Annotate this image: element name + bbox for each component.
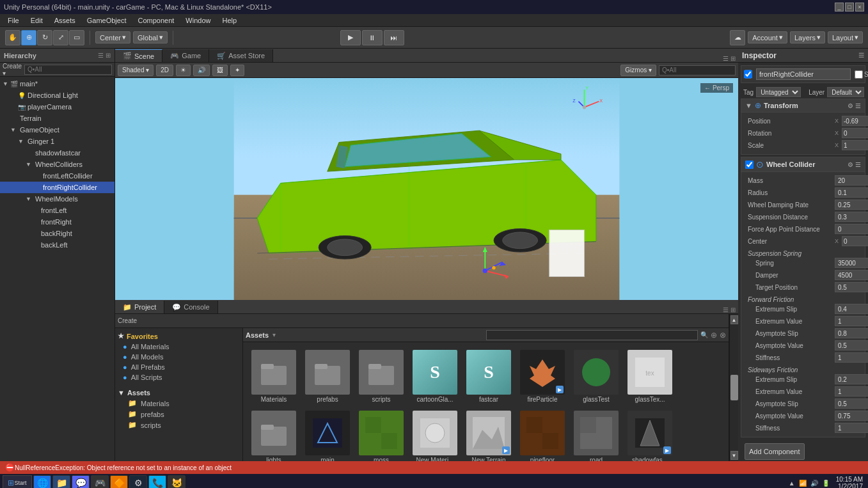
tree-item-terrain[interactable]: Terrain <box>0 113 114 124</box>
asset-cartoonGla[interactable]: S cartoonGla... <box>409 347 461 405</box>
tree-item-shadowfastcar[interactable]: shadowfastcar <box>0 147 114 159</box>
transform-header[interactable]: ▼ ⊕ Transform ⚙ ☰ <box>741 99 865 113</box>
sf-ext-val[interactable] <box>835 386 868 397</box>
asset-fastcar[interactable]: S fastcar <box>463 347 514 405</box>
sf-asy-val[interactable] <box>835 411 868 421</box>
asset-newterrain[interactable]: ▶ New Terrain <box>463 408 514 461</box>
scene-search[interactable] <box>659 65 736 75</box>
global-dropdown[interactable]: Global▾ <box>133 31 168 43</box>
damper-input[interactable] <box>835 270 868 280</box>
menu-edit[interactable]: Edit <box>26 15 48 26</box>
shaded-dropdown[interactable]: Shaded ▾ <box>118 65 154 76</box>
menu-window[interactable]: Window <box>180 15 216 26</box>
radius-input[interactable] <box>835 187 868 198</box>
tree-item-ginger1[interactable]: ▼ Ginger 1 <box>0 136 114 147</box>
fav-all-models[interactable]: ● All Models <box>118 352 240 362</box>
assets-tree-materials[interactable]: 📁Materials <box>118 398 240 409</box>
menu-help[interactable]: Help <box>217 15 242 26</box>
asset-newmaterial[interactable]: New Materi... <box>409 408 461 461</box>
sf-ext-slip[interactable] <box>835 374 868 384</box>
pause-btn[interactable]: ⏸ <box>362 30 383 45</box>
assets-tree-header[interactable]: ▼Assets <box>118 388 240 398</box>
asset-scripts-folder[interactable]: scripts <box>356 347 407 405</box>
tab-console[interactable]: 💬Console <box>164 301 217 313</box>
tool-hand[interactable]: ✋ <box>5 30 20 45</box>
tool-rotate[interactable]: ↻ <box>37 30 52 45</box>
fx-btn[interactable]: ✦ <box>230 65 244 76</box>
project-options[interactable]: ☰ ⊞ <box>723 306 736 313</box>
target-pos-input[interactable] <box>835 282 868 292</box>
layer-select[interactable]: Default <box>827 87 864 97</box>
start-button[interactable]: ⊞ Start <box>3 475 32 488</box>
center-dropdown[interactable]: Center▾ <box>95 31 130 43</box>
lighting-btn[interactable]: ☀ <box>176 65 191 76</box>
center-x[interactable] <box>842 236 868 246</box>
bottom-scrollbar[interactable]: ▲ ▼ <box>729 314 738 461</box>
taskbar-steam[interactable]: ⚙ <box>129 475 147 488</box>
asset-lights[interactable]: lights <box>248 408 299 461</box>
tab-game[interactable]: 🎮Game <box>162 49 209 62</box>
tool-scale[interactable]: ⤢ <box>53 30 68 45</box>
account-dropdown[interactable]: Account▾ <box>748 31 787 43</box>
taskbar-unity[interactable]: 🎮 <box>91 475 109 488</box>
gizmos-dropdown[interactable]: Gizmos ▾ <box>620 65 656 76</box>
ff-ext-val[interactable] <box>835 316 868 326</box>
cloud-btn[interactable]: ☁ <box>730 30 745 45</box>
2d-btn[interactable]: 2D <box>156 65 173 76</box>
asset-prefabs-folder[interactable]: prefabs <box>302 347 353 405</box>
add-component-btn[interactable]: Add Component <box>745 443 805 460</box>
wheel-collider-header[interactable]: ⊙ Wheel Collider ⚙ ☰ <box>741 157 865 172</box>
minimize-btn[interactable]: _ <box>835 3 844 12</box>
assets-tree-prefabs[interactable]: 📁prefabs <box>118 409 240 420</box>
tab-asset-store[interactable]: 🛒Asset Store <box>209 49 273 62</box>
asset-glasstest[interactable]: glassTest <box>571 347 622 405</box>
tool-move[interactable]: ⊕ <box>21 30 36 45</box>
taskbar-skype[interactable]: 📞 <box>148 475 166 488</box>
tool-rect[interactable]: ▭ <box>69 30 84 45</box>
sf-asy-slip[interactable] <box>835 398 868 409</box>
tree-item-player-camera[interactable]: 📷 playerCamera <box>0 101 114 113</box>
static-checkbox[interactable] <box>855 70 863 79</box>
assets-icon-1[interactable]: ⊕ <box>711 331 717 340</box>
asset-moss[interactable]: moss <box>356 408 407 461</box>
tree-item-frontright[interactable]: frontRight <box>0 216 114 228</box>
layout-dropdown[interactable]: Layout▾ <box>828 31 863 43</box>
tree-item-wheelcolliders[interactable]: ▼ WheelColliders <box>0 159 114 170</box>
tree-item-main[interactable]: ▼ 🎬 main* <box>0 78 114 90</box>
transform-settings[interactable]: ⚙ ☰ <box>848 102 861 109</box>
asset-fireparticle[interactable]: ▶ fireParticle <box>517 347 568 405</box>
fav-all-materials[interactable]: ● All Materials <box>118 342 240 352</box>
menu-file[interactable]: File <box>3 15 24 26</box>
tree-item-directional-light[interactable]: 💡 Directional Light <box>0 90 114 101</box>
obj-active-checkbox[interactable] <box>744 70 752 79</box>
menu-assets[interactable]: Assets <box>49 15 81 26</box>
asset-main[interactable]: main <box>302 408 353 461</box>
tree-item-backright[interactable]: backRight <box>0 228 114 239</box>
force-app-input[interactable] <box>835 224 868 234</box>
ff-stiff[interactable] <box>835 352 868 363</box>
project-create-btn[interactable]: Create <box>118 317 137 324</box>
assets-search-input[interactable] <box>486 330 698 340</box>
scene-view[interactable]: X Y Z ← Persp <box>115 78 738 300</box>
asset-glasstex[interactable]: tex glassTex... <box>624 347 675 405</box>
ff-asy-slip[interactable] <box>835 328 868 338</box>
assets-icon-2[interactable]: ⊗ <box>720 331 726 340</box>
tree-item-gameobject[interactable]: ▼ GameObject <box>0 124 114 136</box>
taskbar-chrome[interactable]: 🌐 <box>33 475 51 488</box>
assets-tree-scripts[interactable]: 📁scripts <box>118 420 240 430</box>
mass-input[interactable] <box>835 175 868 185</box>
spring-input[interactable] <box>835 258 868 268</box>
menu-gameobject[interactable]: GameObject <box>82 15 132 26</box>
favorites-header[interactable]: ★Favorites <box>118 331 240 342</box>
ff-asy-val[interactable] <box>835 340 868 350</box>
hierarchy-search[interactable] <box>24 65 112 75</box>
ff-ext-slip[interactable] <box>835 304 868 314</box>
menu-component[interactable]: Component <box>132 15 179 26</box>
chevron-icon[interactable]: ▲ <box>789 480 795 487</box>
scale-x[interactable] <box>842 140 868 150</box>
scene-panel-options[interactable]: ☰ ⊞ <box>723 55 736 62</box>
asset-shadowfas[interactable]: ▶ shadowfas... <box>624 408 675 461</box>
obj-name-input[interactable] <box>756 68 851 80</box>
taskbar-discord[interactable]: 💬 <box>72 475 90 488</box>
tag-select[interactable]: Untagged <box>756 87 801 97</box>
